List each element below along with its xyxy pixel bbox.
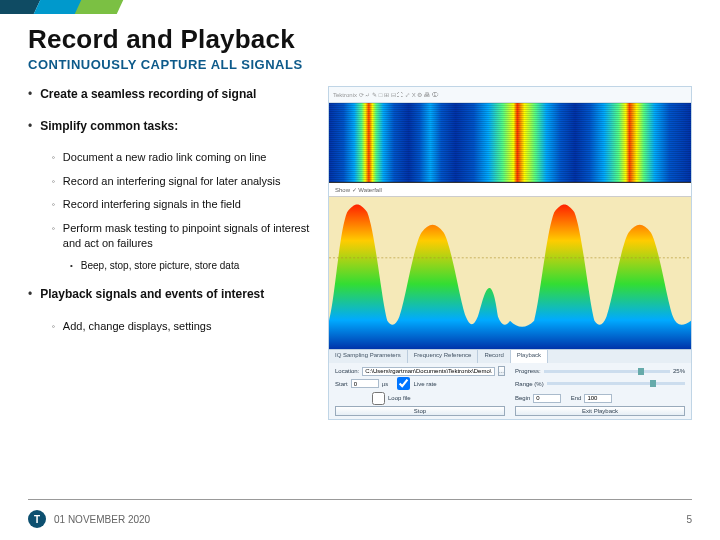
tab-freq[interactable]: Frequency Reference	[408, 350, 479, 363]
playback-panel: Location: ... Progress: 25% Start µs Liv…	[329, 363, 691, 419]
unit-label: µs	[382, 381, 388, 387]
loop-checkbox[interactable]	[372, 392, 385, 405]
footer-date: 01 NOVEMBER 2020	[54, 514, 150, 525]
app-screenshot: Tektronix ⟳ ⤾ ✎ □ ⊞ ⊟ ⛶ ⤢ X ⚙ 🖶 ⓘ Show ✓…	[328, 86, 692, 420]
range-label: Range (%)	[515, 381, 544, 387]
end-label: End	[571, 395, 582, 401]
range-slider[interactable]	[547, 382, 685, 385]
sub-bullet: Add, change displays, settings	[63, 319, 212, 334]
page-number: 5	[686, 514, 692, 525]
end-field[interactable]	[584, 394, 612, 403]
app-toolbar: Tektronix ⟳ ⤾ ✎ □ ⊞ ⊟ ⛶ ⤢ X ⚙ 🖶 ⓘ	[329, 87, 691, 103]
sub-bullet: Record interfering signals in the field	[63, 197, 241, 212]
sub-bullet: Perform mask testing to pinpoint signals…	[63, 221, 318, 252]
panel-tabs: IQ Sampling Parameters Frequency Referen…	[329, 349, 691, 363]
footer-rule	[28, 499, 692, 500]
exit-button[interactable]: Exit Playback	[515, 406, 685, 416]
sub-bullet: Record an interfering signal for later a…	[63, 174, 281, 189]
slide-title: Record and Playback	[28, 24, 692, 55]
begin-label: Begin	[515, 395, 530, 401]
slide-accent	[0, 0, 120, 14]
bullet-3: Playback signals and events of interest	[40, 286, 264, 302]
mid-strip: Show ✓ Waterfall	[329, 183, 691, 197]
subsub-bullet: Beep, stop, store picture, store data	[81, 259, 239, 272]
location-label: Location:	[335, 368, 359, 374]
begin-field[interactable]	[533, 394, 561, 403]
slide-subtitle: CONTINUOUSLY CAPTURE ALL SIGNALS	[28, 57, 692, 72]
waterfall-display	[329, 103, 691, 183]
show-label: Show	[335, 187, 350, 193]
start-label: Start	[335, 381, 348, 387]
loop-label: Loop file	[388, 395, 411, 401]
tab-iq[interactable]: IQ Sampling Parameters	[329, 350, 408, 363]
progress-slider[interactable]	[544, 370, 670, 373]
location-field[interactable]	[362, 367, 495, 376]
tab-record[interactable]: Record	[478, 350, 510, 363]
bullet-2: Simplify common tasks:	[40, 118, 178, 134]
live-rate-label: Live rate	[413, 381, 436, 387]
show-value[interactable]: ✓ Waterfall	[352, 186, 382, 193]
sub-bullet: Document a new radio link coming on line	[63, 150, 267, 165]
bullet-1: Create a seamless recording of signal	[40, 86, 256, 102]
start-field[interactable]	[351, 379, 379, 388]
live-rate-checkbox[interactable]	[397, 377, 410, 390]
browse-button[interactable]: ...	[498, 366, 505, 376]
toolbar-icons[interactable]: Tektronix ⟳ ⤾ ✎ □ ⊞ ⊟ ⛶ ⤢ X ⚙ 🖶 ⓘ	[333, 91, 438, 98]
progress-value: 25%	[673, 368, 685, 374]
progress-label: Progress:	[515, 368, 541, 374]
spectrum-display	[329, 197, 691, 349]
bullet-column: Create a seamless recording of signal Si…	[28, 86, 318, 420]
tab-playback[interactable]: Playback	[511, 350, 548, 363]
stop-button[interactable]: Stop	[335, 406, 505, 416]
logo-icon: T	[28, 510, 46, 528]
